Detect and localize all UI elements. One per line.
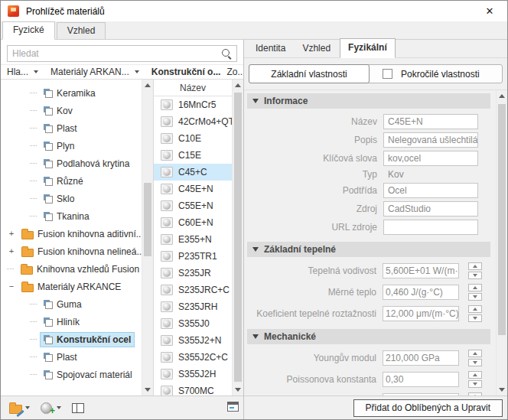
- field-input-url-zdroje[interactable]: [383, 220, 478, 235]
- list-item-c45e-n[interactable]: C45E+N: [154, 181, 232, 197]
- spin-down-button[interactable]: [468, 272, 482, 279]
- list-item-c15e[interactable]: C15E: [154, 147, 232, 164]
- tree-item-sklo[interactable]: Sklo: [4, 190, 139, 207]
- list-item-s355j2c-c[interactable]: S355J2C+C: [154, 349, 232, 366]
- tree-item-kov[interactable]: Kov: [4, 102, 139, 119]
- spin-down-button[interactable]: [468, 359, 482, 366]
- tree-item-plast[interactable]: Plast: [4, 119, 139, 137]
- chevron-down-icon[interactable]: [57, 406, 61, 409]
- list-scrollbar[interactable]: [232, 80, 243, 396]
- list-item-p235tr1[interactable]: P235TR1: [154, 248, 232, 265]
- expand-icon[interactable]: +: [7, 247, 16, 256]
- search-icon[interactable]: [221, 48, 232, 59]
- list-item-42crmo4-qt[interactable]: 42CrMo4+QT: [154, 113, 232, 130]
- properties-scrollbar[interactable]: [496, 90, 507, 396]
- detail-tab-fyzikalni[interactable]: Fyzikální: [340, 38, 396, 58]
- section-header[interactable]: Základní tepelné: [247, 242, 490, 257]
- spin-up-button[interactable]: [468, 284, 482, 291]
- breadcrumb-item-hla[interactable]: Hla...: [7, 67, 38, 77]
- breadcrumb-item-zo[interactable]: Zo...: [226, 67, 243, 77]
- spin-up-button[interactable]: [468, 350, 482, 357]
- scroll-thumb[interactable]: [498, 104, 506, 335]
- tree-scrollbar[interactable]: [142, 80, 153, 396]
- tab-vzhled[interactable]: Vzhled: [57, 22, 106, 39]
- list-item-c55e-n[interactable]: C55E+N: [154, 197, 232, 214]
- view-options-icon[interactable]: [227, 402, 239, 412]
- advanced-properties-toggle[interactable]: Pokročilé vlastnosti: [370, 65, 502, 83]
- spin-up-button[interactable]: [468, 305, 482, 313]
- field-input-popis[interactable]: Nelegovaná ušlechtilá o...: [383, 132, 478, 148]
- detail-tab-identita[interactable]: Identita: [248, 40, 293, 57]
- tree-item-tkanina[interactable]: Tkanina: [4, 207, 139, 225]
- field-input-poissonova-konstanta[interactable]: 0,30: [383, 372, 459, 387]
- field-input-zdroj[interactable]: CadStudio: [383, 201, 478, 217]
- tree-item-materialy-arkance[interactable]: −Materiály ARKANCE: [4, 278, 139, 295]
- scroll-up-button[interactable]: [497, 90, 507, 102]
- basic-properties-button[interactable]: Základní vlastnosti: [249, 64, 370, 83]
- field-input-modul-pruznosti-ve-smyku[interactable]: 80000,000 MPa: [383, 393, 459, 396]
- list-item-s355j2-n[interactable]: S355J2+N: [154, 332, 232, 349]
- tree-item-plast[interactable]: Plast: [4, 348, 139, 366]
- tree-item-spojovaci-material[interactable]: Spojovací materiál: [4, 366, 139, 383]
- advanced-properties-checkbox[interactable]: [383, 69, 392, 79]
- spin-down-button[interactable]: [468, 314, 482, 322]
- scroll-down-button[interactable]: [497, 384, 507, 396]
- spin-up-button[interactable]: [468, 392, 482, 396]
- scroll-thumb[interactable]: [234, 93, 242, 382]
- field-input-koeficient-tepelne-roztaznosti[interactable]: 12,000 μm/(m·°C): [383, 306, 459, 321]
- list-item-16mncr5[interactable]: 16MnCr5: [154, 96, 232, 113]
- chevron-down-icon[interactable]: [25, 406, 30, 409]
- detail-tab-vzhled[interactable]: Vzhled: [295, 40, 338, 57]
- tree-item-podlahova-krytina[interactable]: Podlahová krytina: [4, 155, 139, 172]
- field-input-tepelna-vodivost[interactable]: 5,600E+01 W/(m·K): [383, 263, 459, 278]
- list-item-s355j0[interactable]: S355J0: [154, 315, 232, 332]
- list-item-c45-c[interactable]: C45+C: [154, 164, 232, 181]
- tree-item-guma[interactable]: Guma: [4, 295, 139, 313]
- list-item-e355-n[interactable]: E355+N: [154, 231, 232, 248]
- tree-item-fusion-knihovna-nelinea[interactable]: +Fusion knihovna nelineá...: [4, 243, 139, 260]
- field-input-podtrida[interactable]: Ocel: [383, 183, 478, 198]
- tree-item-hlinik[interactable]: Hliník: [4, 313, 139, 330]
- field-input-merne-teplo[interactable]: 0,460 J/(g·°C): [383, 285, 459, 300]
- list-item-s235jr[interactable]: S235JR: [154, 265, 232, 282]
- create-material-button[interactable]: +: [39, 400, 63, 415]
- field-label: Koeficient tepelné roztažnosti: [256, 308, 376, 319]
- field-input-klicova-slova[interactable]: kov,ocel: [383, 151, 478, 166]
- scroll-down-button[interactable]: [233, 384, 243, 396]
- tree-item-knihovna-vzhledu-fusion[interactable]: Knihovna vzhledů Fusion: [4, 260, 139, 278]
- add-to-favorites-button[interactable]: Přidat do Oblíbených a Upravit: [353, 399, 503, 417]
- spin-up-button[interactable]: [468, 371, 482, 379]
- manage-library-button[interactable]: [8, 401, 31, 415]
- tree-item-konstrukcni-ocel[interactable]: Konstrukční ocel: [4, 330, 139, 348]
- expand-icon[interactable]: +: [7, 230, 16, 238]
- spin-down-button[interactable]: [468, 293, 482, 301]
- collapse-icon[interactable]: −: [7, 282, 16, 291]
- scroll-down-button[interactable]: [142, 384, 153, 396]
- field-input-younguv-modul[interactable]: 210,000 GPa: [383, 350, 459, 366]
- list-item-s235jrc-c[interactable]: S235JRC+C: [154, 282, 232, 298]
- tree-item-fusion-knihovna-aditivni[interactable]: +Fusion knihovna aditivní...: [4, 225, 139, 243]
- tree-item-plyn[interactable]: Plyn: [4, 137, 139, 155]
- spin-up-button[interactable]: [468, 262, 482, 270]
- tree-item-keramika[interactable]: Keramika: [4, 84, 139, 102]
- field-input-nazev[interactable]: C45E+N: [383, 114, 478, 129]
- list-item-c10e[interactable]: C10E: [154, 130, 232, 147]
- toggle-panes-button[interactable]: [70, 402, 86, 415]
- breadcrumb-item-konstrukcni-o[interactable]: Konstrukční o...: [151, 67, 221, 77]
- list-item-s700mc[interactable]: S700MC: [154, 383, 232, 396]
- folder-icon: [21, 284, 34, 292]
- scroll-up-button[interactable]: [142, 80, 153, 91]
- tab-fyzicke[interactable]: Fyzické: [2, 21, 55, 40]
- close-icon[interactable]: ✕: [479, 5, 500, 17]
- list-item-s235jrh[interactable]: S235JRH: [154, 298, 232, 315]
- spin-down-button[interactable]: [468, 380, 482, 388]
- scroll-thumb[interactable]: [144, 183, 151, 256]
- search-input[interactable]: [12, 48, 221, 59]
- breadcrumb-item-materialy-arkan[interactable]: Materiály ARKAN...: [50, 67, 139, 77]
- scroll-up-button[interactable]: [233, 80, 243, 91]
- list-item-s355j2h[interactable]: S355J2H: [154, 366, 232, 383]
- tree-item-ruzne[interactable]: Různé: [4, 172, 139, 190]
- section-header[interactable]: Informace: [247, 93, 490, 109]
- list-item-c60e-n[interactable]: C60E+N: [154, 214, 232, 231]
- section-header[interactable]: Mechanické: [247, 329, 490, 344]
